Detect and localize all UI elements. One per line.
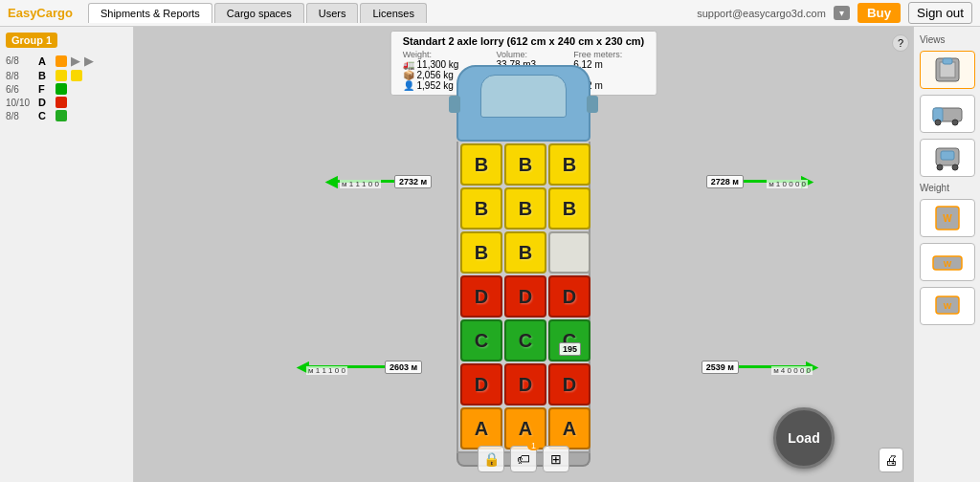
arrow-right2-icon: ▶ (84, 54, 94, 68)
views-label: Views (918, 34, 946, 45)
svg-text:W: W (943, 301, 951, 311)
truck-side-icon (930, 100, 965, 127)
support-email: support@easycargo3d.com (697, 8, 826, 19)
cargo-cell: B (460, 143, 502, 186)
truck-top-icon (930, 56, 965, 83)
arrow-right-icon: ▶ (71, 54, 80, 68)
svg-point-10 (952, 164, 958, 170)
view-front-button[interactable] (920, 139, 975, 177)
truck-title: Standart 2 axle lorry (612 cm x 240 cm x… (403, 35, 645, 47)
cargo-color-box (56, 97, 67, 108)
cargo-letter: D (38, 97, 52, 108)
measure-sub-mid-left: м 1 1 1 0 0 (306, 366, 347, 375)
cargo-cell: A (548, 407, 590, 449)
svg-text:W: W (943, 259, 951, 269)
cargo-color-box (56, 110, 67, 121)
cargo-cell: A (504, 407, 546, 449)
measure-sub-mid-right: м 4 0 0 0 0 (771, 366, 813, 375)
bottom-controls: 🔒 🏷 1 ⊞ (478, 446, 569, 472)
tab-licenses[interactable]: Licenses (360, 3, 426, 23)
list-item: 6/8 A ▶ ▶ (6, 54, 127, 68)
left-sidebar: Group 1 6/8 A ▶ ▶ 8/8 B 6/6 F 10/10 (0, 27, 134, 482)
cargo-color-box (56, 83, 67, 95)
mid-right-measure: 2539 м (702, 361, 739, 374)
cab-mirror-right (587, 96, 598, 113)
grid-button[interactable]: ⊞ (543, 446, 569, 472)
cargo-cell: B (460, 187, 502, 230)
svg-rect-8 (941, 151, 954, 160)
badge-button[interactable]: 🏷 1 (510, 446, 537, 472)
lock-button[interactable]: 🔒 (478, 446, 504, 472)
svg-point-6 (952, 120, 958, 125)
arrow-left-icon: ◀ (325, 172, 337, 190)
buy-button[interactable]: Buy (858, 3, 901, 23)
cargo-color-box2 (71, 70, 82, 81)
right-sidebar: Views We (913, 27, 980, 482)
viewport[interactable]: Standart 2 axle lorry (612 cm x 240 cm x… (134, 27, 913, 482)
weight-side-icon: W (930, 249, 965, 275)
cab-windshield (480, 75, 567, 118)
weight-top-button[interactable]: W (920, 199, 975, 237)
list-item: 10/10 D (6, 97, 127, 108)
view-side-button[interactable] (920, 95, 975, 133)
cargo-cell: D (548, 275, 590, 318)
cargo-cell: B (460, 231, 502, 274)
signout-button[interactable]: Sign out (908, 2, 972, 24)
dropdown-arrow[interactable]: ▾ (834, 6, 850, 20)
cargo-count: 8/8 (6, 71, 34, 81)
cargo-count: 6/6 (6, 84, 34, 95)
cargo-cell: D (460, 363, 502, 405)
weight-side-button[interactable]: W (920, 243, 975, 281)
list-item: 8/8 C (6, 110, 127, 121)
cargo-color-box (56, 70, 67, 81)
truck-cab (457, 65, 590, 142)
cargo-cell: B (548, 187, 590, 230)
cargo-cell: C (460, 319, 502, 362)
tab-cargo-spaces[interactable]: Cargo spaces (214, 3, 304, 23)
group-label: Group 1 (6, 33, 57, 48)
cargo-letter: C (38, 110, 52, 121)
cargo-letter: B (38, 70, 52, 81)
top-navigation: EasyCargo Shipments & Reports Cargo spac… (0, 0, 980, 27)
cargo-letter: F (38, 83, 52, 95)
cargo-color-box (56, 55, 67, 67)
top-right-measure: 2728 м (706, 175, 744, 188)
truck-top-view: BBBBBBBBDDDCCCDDDAAA (428, 55, 619, 467)
cargo-cell: D (548, 363, 590, 405)
mid-left-measure: 2603 м (385, 361, 422, 374)
cargo-grid: BBBBBBBBDDDCCCDDDAAA (458, 142, 589, 451)
svg-rect-2 (943, 58, 952, 64)
cargo-cell: D (504, 363, 546, 405)
cargo-cell: D (504, 275, 546, 318)
print-button[interactable]: 🖨 (879, 448, 903, 472)
cargo-cell (548, 231, 590, 274)
nav-right: support@easycargo3d.com ▾ Buy Sign out (697, 2, 972, 24)
truck-front-icon (930, 144, 965, 171)
weight-front-button[interactable]: W (920, 287, 975, 325)
tab-shipments[interactable]: Shipments & Reports (88, 3, 212, 23)
list-item: 6/6 F (6, 83, 127, 95)
help-button[interactable]: ? (892, 34, 909, 52)
app-logo: EasyCargo (8, 6, 73, 20)
weight-front-icon: W (930, 293, 965, 319)
measure-sub-top-right: м 1 0 0 0 0 (767, 180, 808, 188)
tab-users[interactable]: Users (306, 3, 359, 23)
cargo-cell: A (460, 407, 502, 449)
cargo-cell: B (504, 143, 546, 186)
cargo-letter: A (38, 55, 52, 67)
view-top-button[interactable] (920, 51, 975, 89)
cargo-count: 10/10 (6, 98, 34, 108)
svg-point-5 (935, 120, 941, 125)
measure-sub-top-left: м 1 1 1 0 0 (340, 180, 381, 188)
cargo-cell: D (460, 275, 502, 318)
load-button[interactable]: Load (773, 407, 835, 469)
cargo-cell: B (504, 187, 546, 230)
cargo-count: 8/8 (6, 111, 34, 121)
cargo-cell: B (548, 143, 590, 186)
cargo-cell: C (504, 319, 546, 362)
svg-point-9 (937, 164, 943, 170)
list-item: 8/8 B (6, 70, 127, 81)
main-area: Group 1 6/8 A ▶ ▶ 8/8 B 6/6 F 10/10 (0, 27, 980, 482)
weight-top-icon: W (930, 205, 965, 231)
cab-mirror-left (449, 96, 460, 113)
